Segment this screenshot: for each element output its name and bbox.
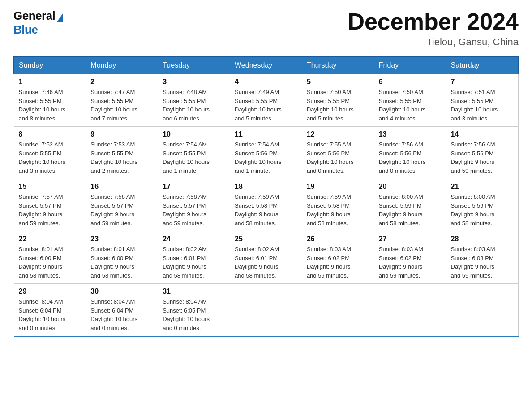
calendar-cell: 28Sunrise: 8:03 AM Sunset: 6:03 PM Dayli… [446, 231, 518, 284]
day-number: 10 [163, 130, 225, 138]
day-info: Sunrise: 7:57 AM Sunset: 5:57 PM Dayligh… [19, 193, 82, 227]
day-number: 6 [379, 78, 442, 86]
calendar-cell: 12Sunrise: 7:55 AM Sunset: 5:56 PM Dayli… [302, 127, 374, 179]
day-number: 11 [235, 130, 297, 138]
day-info: Sunrise: 7:50 AM Sunset: 5:55 PM Dayligh… [307, 88, 369, 123]
day-number: 2 [90, 78, 153, 86]
calendar-cell: 29Sunrise: 8:04 AM Sunset: 6:04 PM Dayli… [14, 284, 86, 337]
logo-general-text: General [13, 9, 55, 23]
day-number: 26 [307, 235, 369, 243]
weekday-header-saturday: Saturday [446, 56, 518, 74]
weekday-header-thursday: Thursday [302, 56, 374, 74]
day-number: 5 [307, 78, 369, 86]
day-info: Sunrise: 7:56 AM Sunset: 5:56 PM Dayligh… [379, 140, 442, 175]
day-info: Sunrise: 8:00 AM Sunset: 5:59 PM Dayligh… [451, 193, 514, 227]
calendar-cell: 24Sunrise: 8:02 AM Sunset: 6:01 PM Dayli… [158, 231, 230, 284]
calendar-cell: 10Sunrise: 7:54 AM Sunset: 5:55 PM Dayli… [158, 127, 230, 179]
title-block: December 2024 Tielou, Gansu, China [348, 9, 519, 48]
day-number: 19 [307, 183, 369, 191]
calendar-cell: 5Sunrise: 7:50 AM Sunset: 5:55 PM Daylig… [302, 74, 374, 127]
calendar-cell: 1Sunrise: 7:46 AM Sunset: 5:55 PM Daylig… [14, 74, 86, 127]
day-info: Sunrise: 7:59 AM Sunset: 5:58 PM Dayligh… [307, 193, 369, 227]
day-info: Sunrise: 7:56 AM Sunset: 5:56 PM Dayligh… [451, 140, 514, 175]
day-info: Sunrise: 7:51 AM Sunset: 5:55 PM Dayligh… [451, 88, 514, 123]
calendar-table: SundayMondayTuesdayWednesdayThursdayFrid… [13, 56, 519, 337]
calendar-cell: 31Sunrise: 8:04 AM Sunset: 6:05 PM Dayli… [158, 284, 230, 337]
logo-triangle-icon [57, 13, 63, 22]
day-info: Sunrise: 7:58 AM Sunset: 5:57 PM Dayligh… [90, 193, 153, 227]
calendar-cell: 22Sunrise: 8:01 AM Sunset: 6:00 PM Dayli… [14, 231, 86, 284]
day-info: Sunrise: 7:48 AM Sunset: 5:55 PM Dayligh… [163, 88, 225, 123]
calendar-cell: 25Sunrise: 8:02 AM Sunset: 6:01 PM Dayli… [230, 231, 302, 284]
calendar-week-row: 29Sunrise: 8:04 AM Sunset: 6:04 PM Dayli… [14, 284, 518, 337]
calendar-cell: 30Sunrise: 8:04 AM Sunset: 6:04 PM Dayli… [86, 284, 158, 337]
day-number: 23 [90, 235, 153, 243]
calendar-cell: 18Sunrise: 7:59 AM Sunset: 5:58 PM Dayli… [230, 179, 302, 231]
day-info: Sunrise: 7:52 AM Sunset: 5:55 PM Dayligh… [19, 140, 82, 175]
day-number: 13 [379, 130, 442, 138]
day-info: Sunrise: 7:49 AM Sunset: 5:55 PM Dayligh… [235, 88, 297, 123]
day-number: 9 [90, 130, 153, 138]
location-subtitle: Tielou, Gansu, China [348, 36, 519, 48]
calendar-cell: 17Sunrise: 7:58 AM Sunset: 5:57 PM Dayli… [158, 179, 230, 231]
weekday-header-wednesday: Wednesday [230, 56, 302, 74]
calendar-body: 1Sunrise: 7:46 AM Sunset: 5:55 PM Daylig… [14, 74, 518, 337]
day-info: Sunrise: 7:53 AM Sunset: 5:55 PM Dayligh… [90, 140, 153, 175]
day-number: 17 [163, 183, 225, 191]
day-info: Sunrise: 8:03 AM Sunset: 6:02 PM Dayligh… [307, 245, 369, 280]
day-number: 16 [90, 183, 153, 191]
month-title: December 2024 [348, 9, 519, 34]
calendar-cell [374, 284, 446, 337]
calendar-cell: 15Sunrise: 7:57 AM Sunset: 5:57 PM Dayli… [14, 179, 86, 231]
day-number: 8 [19, 130, 82, 138]
day-info: Sunrise: 7:54 AM Sunset: 5:56 PM Dayligh… [235, 140, 297, 175]
day-number: 24 [163, 235, 225, 243]
day-info: Sunrise: 8:03 AM Sunset: 6:02 PM Dayligh… [379, 245, 442, 280]
calendar-cell [446, 284, 518, 337]
calendar-cell: 7Sunrise: 7:51 AM Sunset: 5:55 PM Daylig… [446, 74, 518, 127]
day-number: 27 [379, 235, 442, 243]
day-info: Sunrise: 7:55 AM Sunset: 5:56 PM Dayligh… [307, 140, 369, 175]
day-number: 29 [19, 287, 82, 295]
day-info: Sunrise: 7:54 AM Sunset: 5:55 PM Dayligh… [163, 140, 225, 175]
day-number: 31 [163, 287, 225, 295]
calendar-cell: 9Sunrise: 7:53 AM Sunset: 5:55 PM Daylig… [86, 127, 158, 179]
weekday-header-row: SundayMondayTuesdayWednesdayThursdayFrid… [14, 56, 518, 74]
calendar-cell: 19Sunrise: 7:59 AM Sunset: 5:58 PM Dayli… [302, 179, 374, 231]
logo: General Blue [13, 9, 63, 37]
calendar-cell: 6Sunrise: 7:50 AM Sunset: 5:55 PM Daylig… [374, 74, 446, 127]
day-number: 14 [451, 130, 514, 138]
day-info: Sunrise: 8:02 AM Sunset: 6:01 PM Dayligh… [163, 245, 225, 280]
calendar-cell: 11Sunrise: 7:54 AM Sunset: 5:56 PM Dayli… [230, 127, 302, 179]
weekday-header-monday: Monday [86, 56, 158, 74]
day-number: 21 [451, 183, 514, 191]
day-info: Sunrise: 8:04 AM Sunset: 6:04 PM Dayligh… [90, 297, 153, 332]
calendar-cell: 26Sunrise: 8:03 AM Sunset: 6:02 PM Dayli… [302, 231, 374, 284]
day-number: 7 [451, 78, 514, 86]
calendar-cell: 14Sunrise: 7:56 AM Sunset: 5:56 PM Dayli… [446, 127, 518, 179]
calendar-cell: 23Sunrise: 8:01 AM Sunset: 6:00 PM Dayli… [86, 231, 158, 284]
day-number: 12 [307, 130, 369, 138]
calendar-cell: 4Sunrise: 7:49 AM Sunset: 5:55 PM Daylig… [230, 74, 302, 127]
day-info: Sunrise: 7:58 AM Sunset: 5:57 PM Dayligh… [163, 193, 225, 227]
day-number: 25 [235, 235, 297, 243]
calendar-cell: 2Sunrise: 7:47 AM Sunset: 5:55 PM Daylig… [86, 74, 158, 127]
calendar-week-row: 22Sunrise: 8:01 AM Sunset: 6:00 PM Dayli… [14, 231, 518, 284]
day-info: Sunrise: 8:03 AM Sunset: 6:03 PM Dayligh… [451, 245, 514, 280]
calendar-cell: 20Sunrise: 8:00 AM Sunset: 5:59 PM Dayli… [374, 179, 446, 231]
page-header: General Blue December 2024 Tielou, Gansu… [13, 9, 519, 48]
day-number: 22 [19, 235, 82, 243]
calendar-week-row: 1Sunrise: 7:46 AM Sunset: 5:55 PM Daylig… [14, 74, 518, 127]
calendar-week-row: 8Sunrise: 7:52 AM Sunset: 5:55 PM Daylig… [14, 127, 518, 179]
day-number: 18 [235, 183, 297, 191]
day-info: Sunrise: 7:46 AM Sunset: 5:55 PM Dayligh… [19, 88, 82, 123]
calendar-cell: 27Sunrise: 8:03 AM Sunset: 6:02 PM Dayli… [374, 231, 446, 284]
calendar-cell [302, 284, 374, 337]
weekday-header-tuesday: Tuesday [158, 56, 230, 74]
calendar-cell: 13Sunrise: 7:56 AM Sunset: 5:56 PM Dayli… [374, 127, 446, 179]
day-number: 30 [90, 287, 153, 295]
calendar-cell: 21Sunrise: 8:00 AM Sunset: 5:59 PM Dayli… [446, 179, 518, 231]
calendar-week-row: 15Sunrise: 7:57 AM Sunset: 5:57 PM Dayli… [14, 179, 518, 231]
day-info: Sunrise: 7:59 AM Sunset: 5:58 PM Dayligh… [235, 193, 297, 227]
day-info: Sunrise: 7:47 AM Sunset: 5:55 PM Dayligh… [90, 88, 153, 123]
